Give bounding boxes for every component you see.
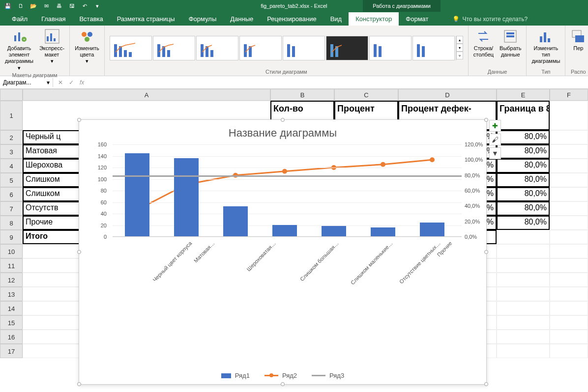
cell-10-F[interactable] bbox=[550, 244, 588, 258]
cell-16-E[interactable] bbox=[497, 330, 550, 344]
legend-item-1[interactable]: Ряд1 bbox=[221, 372, 250, 379]
cell-6-E[interactable]: 80,0% bbox=[497, 187, 550, 201]
cell-12-E[interactable] bbox=[497, 273, 550, 287]
chart-handle-e[interactable] bbox=[484, 250, 488, 254]
row-header-15[interactable]: 15 bbox=[0, 315, 23, 330]
chart-handle-se[interactable] bbox=[484, 382, 488, 386]
cell-4-F[interactable] bbox=[550, 159, 588, 173]
chart-style-4[interactable] bbox=[239, 36, 282, 60]
cell-9-F[interactable] bbox=[550, 230, 588, 244]
gallery-down-button[interactable]: ▾ bbox=[456, 44, 463, 52]
express-layout-button[interactable]: Экспресс-макет▾ bbox=[37, 28, 66, 66]
chart-handle-nw[interactable] bbox=[77, 118, 81, 122]
chart-legend[interactable]: Ряд1 Ряд2 Ряд3 bbox=[79, 372, 486, 379]
cell-14-F[interactable] bbox=[550, 301, 588, 315]
chart-filters-button[interactable]: ▼ bbox=[489, 147, 501, 159]
tab-view[interactable]: Вид bbox=[323, 12, 349, 26]
cell-2-F[interactable] bbox=[550, 130, 588, 144]
cell-15-F[interactable] bbox=[550, 315, 588, 330]
cell-17-E[interactable] bbox=[497, 344, 550, 358]
chart-handle-n[interactable] bbox=[281, 118, 285, 122]
legend-item-3[interactable]: Ряд3 bbox=[312, 372, 344, 379]
cell-8-F[interactable] bbox=[550, 216, 588, 230]
gallery-up-button[interactable]: ▴ bbox=[456, 36, 463, 44]
cell-9-E[interactable] bbox=[497, 230, 550, 244]
bar[interactable] bbox=[125, 153, 149, 236]
chart-handle-sw[interactable] bbox=[77, 382, 81, 386]
save-icon[interactable]: 💾 bbox=[4, 2, 12, 10]
tab-file[interactable]: Файл bbox=[5, 12, 34, 26]
cell-12-F[interactable] bbox=[550, 273, 588, 287]
col-header-a[interactable]: A bbox=[23, 89, 270, 101]
tab-data[interactable]: Данные bbox=[223, 12, 260, 26]
chart-style-3[interactable] bbox=[196, 36, 238, 60]
new-icon[interactable]: 🗋 bbox=[17, 2, 25, 10]
chart-elements-button[interactable]: ✚ bbox=[489, 120, 501, 132]
chart-title[interactable]: Название диаграммы bbox=[79, 120, 486, 144]
chart-style-7[interactable] bbox=[369, 36, 412, 60]
threshold-line[interactable] bbox=[113, 175, 462, 177]
tab-home[interactable]: Главная bbox=[34, 12, 72, 26]
bar[interactable] bbox=[174, 158, 199, 236]
row-header-14[interactable]: 14 bbox=[0, 301, 23, 315]
cell-17-F[interactable] bbox=[550, 344, 588, 358]
tab-review[interactable]: Рецензирование bbox=[260, 12, 323, 26]
bar[interactable] bbox=[272, 225, 297, 237]
undo-icon[interactable]: ↶ bbox=[81, 2, 88, 10]
chart-style-8[interactable] bbox=[412, 36, 455, 60]
change-colors-button[interactable]: Изменить цвета▾ bbox=[73, 28, 101, 66]
bar[interactable] bbox=[371, 227, 395, 236]
switch-row-column-button[interactable]: Строка/ столбец bbox=[471, 28, 496, 59]
row-header-9[interactable]: 9 bbox=[0, 230, 23, 244]
col-header-c[interactable]: C bbox=[334, 89, 398, 101]
move-chart-button[interactable]: Пер bbox=[568, 28, 588, 53]
row-header-8[interactable]: 8 bbox=[0, 216, 23, 230]
cell-5-F[interactable] bbox=[550, 173, 588, 187]
row-header-16[interactable]: 16 bbox=[0, 330, 23, 344]
tell-me-search[interactable]: 💡 Что вы хотите сделать? bbox=[445, 13, 535, 26]
tab-format[interactable]: Формат bbox=[399, 12, 435, 26]
tab-formulas[interactable]: Формулы bbox=[182, 12, 224, 26]
cell-11-E[interactable] bbox=[497, 258, 550, 273]
embedded-chart[interactable]: ✚ 🖌 ▼ Название диаграммы 020406080100120… bbox=[79, 119, 487, 385]
chart-style-5[interactable] bbox=[283, 36, 325, 60]
cancel-formula-icon[interactable]: ✕ bbox=[58, 79, 63, 86]
col-header-d[interactable]: D bbox=[398, 89, 497, 101]
cell-3-E[interactable]: 80,0% bbox=[497, 144, 550, 159]
row-header-7[interactable]: 7 bbox=[0, 201, 23, 216]
row-header-10[interactable]: 10 bbox=[0, 244, 23, 258]
chart-style-1[interactable] bbox=[110, 36, 152, 60]
cell-13-E[interactable] bbox=[497, 287, 550, 301]
tab-page-layout[interactable]: Разметка страницы bbox=[110, 12, 182, 26]
row-header-1[interactable]: 1 bbox=[0, 101, 23, 130]
cell-7-F[interactable] bbox=[550, 201, 588, 216]
bar[interactable] bbox=[322, 226, 346, 236]
cell-4-E[interactable]: 80,0% bbox=[497, 159, 550, 173]
col-header-e[interactable]: E bbox=[497, 89, 550, 101]
row-header-4[interactable]: 4 bbox=[0, 159, 23, 173]
chart-style-2[interactable] bbox=[153, 36, 195, 60]
col-header-f[interactable]: F bbox=[550, 89, 588, 101]
col-header-b[interactable]: B bbox=[270, 89, 334, 101]
row-header-5[interactable]: 5 bbox=[0, 173, 23, 187]
row-header-3[interactable]: 3 bbox=[0, 144, 23, 159]
name-box-dropdown-icon[interactable]: ▾ bbox=[47, 79, 50, 86]
select-data-button[interactable]: Выбрать данные bbox=[498, 28, 523, 59]
cell-11-F[interactable] bbox=[550, 258, 588, 273]
row-header-11[interactable]: 11 bbox=[0, 258, 23, 273]
gallery-more-button[interactable]: ▿ bbox=[456, 52, 463, 59]
cell-13-F[interactable] bbox=[550, 287, 588, 301]
open-icon[interactable]: 📂 bbox=[29, 2, 37, 10]
cell-6-F[interactable] bbox=[550, 187, 588, 201]
legend-item-2[interactable]: Ряд2 bbox=[265, 372, 297, 379]
name-box[interactable]: Диаграм...▾ bbox=[0, 78, 53, 87]
row-header-17[interactable]: 17 bbox=[0, 344, 23, 358]
chart-handle-w[interactable] bbox=[77, 250, 81, 254]
email-icon[interactable]: ✉ bbox=[42, 2, 50, 10]
qat-dropdown-icon[interactable]: ▾ bbox=[93, 2, 101, 10]
cell-16-F[interactable] bbox=[550, 330, 588, 344]
worksheet-grid[interactable]: A B C D E F 1234567891011121314151617 Ко… bbox=[0, 89, 588, 392]
cell-2-E[interactable]: 80,0% bbox=[497, 130, 550, 144]
cell-14-E[interactable] bbox=[497, 301, 550, 315]
cell-10-E[interactable] bbox=[497, 244, 550, 258]
